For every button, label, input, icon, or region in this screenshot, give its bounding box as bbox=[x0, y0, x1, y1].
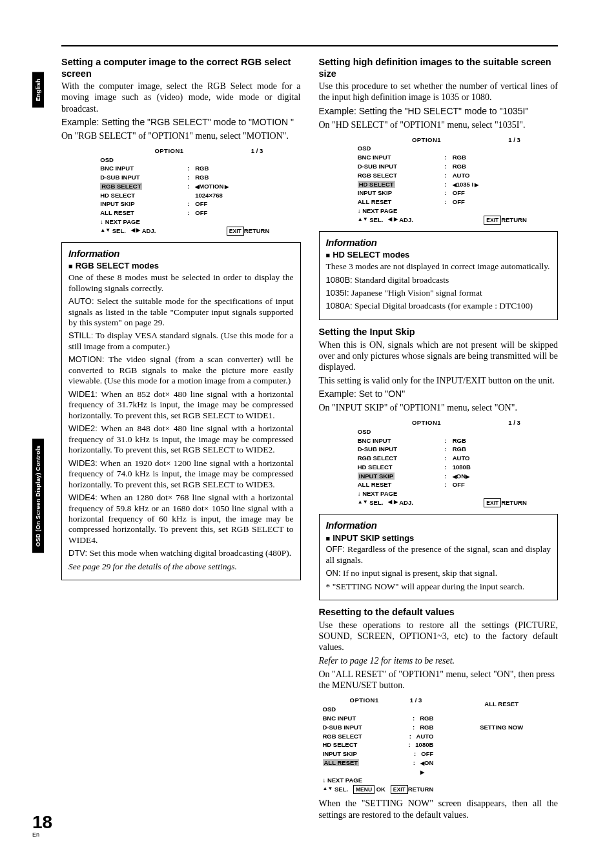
info-title: Information bbox=[68, 248, 294, 260]
info-dtv: DTV: Set this mode when watching digital… bbox=[68, 548, 294, 558]
right-heading-1: Setting high definition images to the su… bbox=[319, 57, 559, 79]
menu-val-rgbsel: MOTION bbox=[199, 183, 223, 190]
menu-val-allreset: OFF bbox=[453, 480, 532, 489]
menu-row-allreset: ALL RESET bbox=[87, 209, 187, 218]
page-number-value: 18 bbox=[32, 812, 52, 832]
panel2-title: ALL RESET bbox=[445, 700, 558, 709]
menu-row-allreset: ALL RESET bbox=[345, 480, 445, 489]
menu-row-bnc: BNC INPUT bbox=[319, 714, 413, 723]
menu-val-hdsel: 1080B bbox=[453, 463, 532, 472]
panel2-body: SETTING NOW bbox=[445, 723, 558, 732]
menu-row-hdsel: HD SELECT bbox=[87, 191, 187, 200]
exit-button-label: EXIT bbox=[227, 227, 244, 236]
right-p1: Use this procedure to set whether the nu… bbox=[319, 81, 559, 103]
menu-row-inskip-highlighted: INPUT SKIP bbox=[358, 473, 395, 480]
right-p6: Use these operations to restore all the … bbox=[319, 620, 559, 653]
info-off: OFF: Regardless of the presence of the s… bbox=[326, 544, 551, 565]
triangle-right-icon: ▶ bbox=[420, 769, 424, 775]
menu-row-rgbsel: RGB SELECT bbox=[319, 732, 409, 741]
info-subtitle: ■HD SELECT modes bbox=[326, 250, 551, 260]
menu-page: 1 / 3 bbox=[508, 136, 532, 145]
menu-row-next: ↓ NEXT PAGE bbox=[345, 207, 445, 216]
menu-val-hdsel: 1080B bbox=[415, 740, 433, 749]
exit-button-label: EXIT bbox=[391, 785, 408, 794]
info-p1: These 3 modes are not displayed in corre… bbox=[326, 261, 551, 272]
menu-val-bnc: RGB bbox=[420, 714, 433, 723]
menu-row-osd: OSD bbox=[345, 144, 445, 153]
menu-row-allreset: ALL RESET bbox=[345, 198, 445, 207]
info-box-input-skip: Information ■INPUT SKIP settings OFF: Re… bbox=[319, 514, 559, 600]
menu-val-inskip: OFF bbox=[421, 749, 433, 758]
menu-val-rgbsel: AUTO bbox=[453, 454, 532, 463]
content-columns: Setting a computer image to the correct … bbox=[61, 57, 558, 839]
osd-menu-hd-select: OPTION11 / 3 OSD BNC INPUT:RGB D-SUB INP… bbox=[345, 136, 532, 225]
menu-row-osd: OSD bbox=[345, 427, 445, 436]
menu-row-allreset-highlighted: ALL RESET bbox=[323, 759, 360, 766]
menu-page: 1 / 3 bbox=[508, 418, 532, 427]
right-p2: On "HD SELECT" of "OPTION1" menu, select… bbox=[319, 119, 559, 130]
triangle-right-icon: ▶ bbox=[223, 184, 229, 190]
right-p3: When this is ON, signals which are not p… bbox=[319, 340, 559, 372]
menu-row-bnc: BNC INPUT bbox=[87, 164, 187, 173]
menu-title: OPTION1 bbox=[345, 136, 509, 145]
menu-val-bnc: RGB bbox=[195, 164, 274, 173]
page-number: 18 En bbox=[32, 812, 52, 838]
right-p4: This setting is valid only for the INPUT… bbox=[319, 375, 559, 386]
page-number-lang: En bbox=[32, 831, 52, 838]
menu-val-hdsel: 1024×768 bbox=[195, 191, 274, 200]
info-on: ON: If no input signal is present, skip … bbox=[326, 568, 551, 578]
menu-val-dsub: RGB bbox=[453, 445, 532, 454]
menu-row-next: ↓ NEXT PAGE bbox=[319, 776, 419, 785]
triangle-right-icon: ▶ bbox=[473, 182, 478, 188]
info-seepage: See page 29 for the details of the above… bbox=[68, 562, 294, 572]
osd-menu-all-reset: OPTION11 / 3 OSD BNC INPUT:RGB D-SUB INP… bbox=[319, 696, 434, 794]
menu-row-next: ↓ NEXT PAGE bbox=[345, 489, 445, 498]
left-heading: Setting a computer image to the correct … bbox=[61, 57, 301, 79]
menu-row-bnc: BNC INPUT bbox=[345, 153, 445, 162]
right-p7: Refer to page 12 for items to be reset. bbox=[319, 655, 559, 666]
menu-row-dsub: D-SUB INPUT bbox=[319, 723, 413, 732]
menu-row-inskip: INPUT SKIP bbox=[319, 749, 414, 758]
menu-row-hdsel: HD SELECT bbox=[319, 740, 409, 749]
menu-row-dsub: D-SUB INPUT bbox=[345, 445, 445, 454]
info-title: Information bbox=[326, 237, 551, 249]
menu-val-inskip: ON bbox=[457, 473, 466, 480]
exit-button-label: EXIT bbox=[484, 498, 501, 507]
info-box-rgb-modes: Information ■RGB SELECT modes One of the… bbox=[61, 242, 301, 580]
info-lead: One of these 8 modes must be selected in… bbox=[68, 272, 294, 294]
right-p5: On "INPUT SKIP" of "OPTION1" menu, selec… bbox=[319, 402, 559, 413]
menu-title: OPTION1 bbox=[319, 696, 410, 705]
info-auto: AUTO: Select the suitable mode for the s… bbox=[68, 296, 294, 328]
info-1080b: 1080B: Standard digital broadcasts bbox=[326, 275, 551, 285]
info-subtitle: ■RGB SELECT modes bbox=[68, 261, 294, 271]
info-wide1: WIDE1: When an 852 dot× 480 line signal … bbox=[68, 389, 294, 421]
info-box-hd-modes: Information ■HD SELECT modes These 3 mod… bbox=[319, 231, 559, 320]
menu-val-dsub: RGB bbox=[420, 723, 433, 732]
right-p9: When the "SETTING NOW" screen disappears… bbox=[319, 798, 559, 820]
menu-title: OPTION1 bbox=[87, 147, 251, 156]
menu-row-hdsel: HD SELECT bbox=[345, 463, 445, 472]
menu-val-inskip: OFF bbox=[195, 199, 274, 209]
info-1080a: 1080A: Special Digital broadcasts (for e… bbox=[326, 301, 551, 311]
menu-button-label: MENU bbox=[353, 785, 375, 794]
right-ex2: Example: Set to "ON" bbox=[319, 389, 559, 400]
info-1035i: 1035I: Japanese "High Vision" signal for… bbox=[326, 288, 551, 298]
page-top-rule bbox=[61, 45, 558, 46]
menu-val-dsub: RGB bbox=[453, 162, 532, 171]
triangle-right-icon: ▶ bbox=[466, 474, 469, 480]
menu-row-osd: OSD bbox=[87, 156, 187, 165]
menu-title: OPTION1 bbox=[345, 418, 509, 427]
page: English OSD (On Screen Display) Controls… bbox=[0, 0, 616, 865]
menu-footer: ▲▼ SEL. ◀ ▶ ADJ.EXITRETURN bbox=[345, 498, 532, 507]
info-title: Information bbox=[326, 520, 551, 531]
side-tab-osd: OSD (On Screen Display) Controls bbox=[32, 439, 44, 553]
menu-row-rgbsel: RGB SELECT bbox=[345, 171, 445, 180]
menu-footer: ▲▼ SEL. ◀ ▶ ADJ.EXITRETURN bbox=[87, 227, 274, 236]
menu-row-osd: OSD bbox=[319, 705, 419, 714]
exit-button-label: EXIT bbox=[484, 216, 501, 225]
osd-menu-input-skip: OPTION11 / 3 OSD BNC INPUT:RGB D-SUB INP… bbox=[345, 418, 532, 507]
menu-row-next: ↓ NEXT PAGE bbox=[87, 218, 187, 227]
menu-row-dsub: D-SUB INPUT bbox=[87, 173, 187, 182]
left-p1: With the computer image, select the RGB … bbox=[61, 81, 301, 114]
info-wide3: WIDE3: When an 1920 dot× 1200 line signa… bbox=[68, 458, 294, 490]
